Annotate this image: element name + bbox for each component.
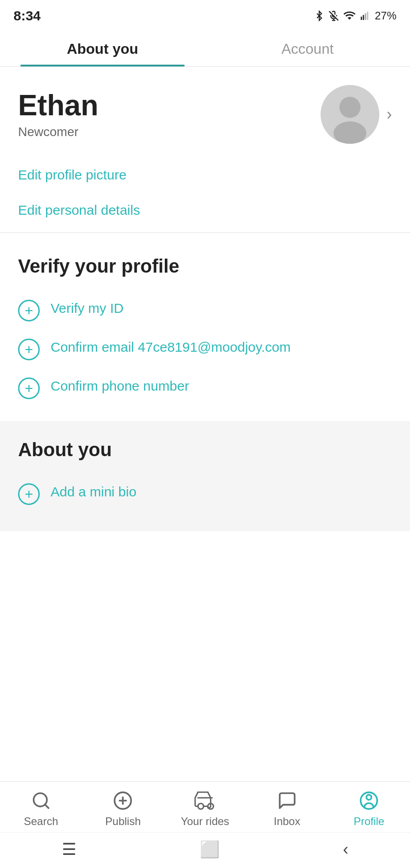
- tab-account[interactable]: Account: [205, 28, 410, 66]
- main-content: Ethan Newcomer › Edit profile picture Ed…: [0, 67, 410, 868]
- nav-rides[interactable]: Your rides: [164, 789, 246, 828]
- svg-rect-4: [365, 14, 366, 20]
- confirm-email-item[interactable]: + Confirm email 47ce8191@moodjoy.com: [18, 330, 392, 368]
- nav-inbox-label: Inbox: [274, 815, 300, 828]
- rides-icon: [193, 789, 217, 812]
- add-mini-bio-text: Add a mini bio: [51, 482, 392, 501]
- nav-inbox[interactable]: Inbox: [246, 789, 328, 828]
- verify-id-text: Verify my ID: [51, 299, 392, 318]
- profile-avatar-wrapper[interactable]: ›: [321, 85, 392, 144]
- nav-publish-label: Publish: [105, 815, 141, 828]
- wifi-icon: [343, 9, 356, 22]
- confirm-email-plus-icon: +: [18, 339, 40, 360]
- bottom-nav: Search Publish Your rides: [0, 781, 410, 868]
- profile-badge: Newcomer: [18, 125, 321, 139]
- edit-profile-picture-link[interactable]: Edit profile picture: [18, 157, 392, 193]
- status-time: 8:34: [14, 8, 41, 24]
- profile-section: Ethan Newcomer ›: [0, 67, 410, 157]
- nav-profile-label: Profile: [354, 815, 384, 828]
- profile-info: Ethan Newcomer: [18, 90, 321, 139]
- confirm-phone-text: Confirm phone number: [51, 377, 392, 396]
- add-mini-bio-plus-icon: +: [18, 483, 40, 505]
- svg-rect-2: [361, 17, 362, 20]
- action-links: Edit profile picture Edit personal detai…: [0, 157, 410, 228]
- svg-point-14: [198, 803, 204, 809]
- inbox-icon: [275, 789, 299, 812]
- profile-chevron-icon: ›: [387, 105, 392, 124]
- nav-profile[interactable]: Profile: [328, 789, 410, 828]
- system-menu-button[interactable]: ☰: [62, 840, 76, 859]
- svg-line-10: [45, 805, 48, 808]
- svg-rect-5: [367, 12, 368, 20]
- search-icon: [29, 789, 53, 812]
- divider-1: [0, 232, 410, 233]
- svg-point-7: [340, 97, 361, 118]
- nav-items: Search Publish Your rides: [0, 782, 410, 832]
- nav-rides-label: Your rides: [181, 815, 229, 828]
- svg-point-17: [367, 795, 372, 800]
- system-home-button[interactable]: ⬜: [200, 840, 220, 859]
- system-back-button[interactable]: ‹: [343, 840, 349, 859]
- svg-rect-3: [363, 15, 364, 20]
- about-you-title: About you: [18, 439, 392, 461]
- about-you-section: About you + Add a mini bio: [0, 421, 410, 531]
- nav-search-label: Search: [24, 815, 58, 828]
- verify-id-plus-icon: +: [18, 300, 40, 321]
- tab-header: About you Account: [0, 28, 410, 67]
- publish-icon: [111, 789, 135, 812]
- add-mini-bio-item[interactable]: + Add a mini bio: [18, 474, 392, 513]
- battery-text: 27%: [375, 9, 396, 22]
- tab-about-you[interactable]: About you: [0, 28, 205, 66]
- profile-name: Ethan: [18, 90, 321, 121]
- confirm-email-text: Confirm email 47ce8191@moodjoy.com: [51, 338, 392, 357]
- verify-section: Verify your profile + Verify my ID + Con…: [0, 237, 410, 416]
- signal-icon: [360, 9, 370, 22]
- mute-icon: [329, 9, 339, 22]
- verify-id-item[interactable]: + Verify my ID: [18, 291, 392, 330]
- nav-publish[interactable]: Publish: [82, 789, 164, 828]
- edit-personal-details-link[interactable]: Edit personal details: [18, 193, 392, 228]
- avatar-icon: [321, 85, 379, 144]
- verify-section-title: Verify your profile: [18, 255, 392, 277]
- confirm-phone-item[interactable]: + Confirm phone number: [18, 368, 392, 407]
- confirm-phone-plus-icon: +: [18, 377, 40, 399]
- avatar[interactable]: [321, 85, 379, 144]
- status-icons: 27%: [314, 9, 396, 22]
- bluetooth-icon: [314, 9, 324, 22]
- profile-nav-icon: [357, 789, 381, 812]
- status-bar: 8:34 27%: [0, 0, 410, 28]
- nav-search[interactable]: Search: [0, 789, 82, 828]
- system-nav: ☰ ⬜ ‹: [0, 832, 410, 868]
